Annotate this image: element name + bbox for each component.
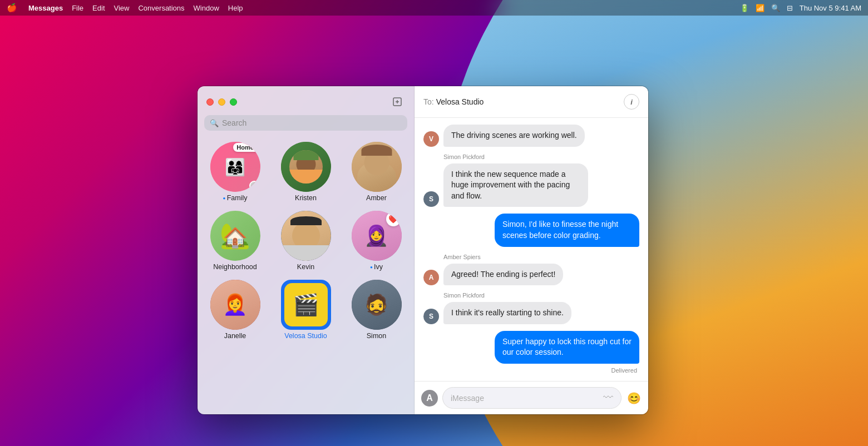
contact-name-simon: Simon bbox=[367, 332, 386, 340]
appstore-icon: A bbox=[426, 393, 433, 403]
message-row-2: S I think the new sequence made a huge i… bbox=[423, 163, 639, 207]
message-group-3: Simon, I'd like to finesse the night sce… bbox=[423, 214, 639, 246]
heart-badge: ❤️ bbox=[386, 212, 401, 226]
menubar-edit[interactable]: Edit bbox=[92, 4, 105, 12]
contact-kristen[interactable]: Kristen bbox=[275, 142, 337, 202]
contact-name-family: Family bbox=[223, 194, 248, 202]
menubar-conversations[interactable]: Conversations bbox=[138, 4, 184, 12]
imessage-input[interactable]: iMessage 〰 bbox=[442, 387, 622, 409]
imessage-placeholder: iMessage bbox=[451, 394, 484, 403]
search-menubar-icon[interactable]: 🔍 bbox=[771, 4, 780, 12]
contact-name-janelle: Janelle bbox=[224, 332, 246, 340]
wifi-icon: 📶 bbox=[756, 4, 765, 12]
message-avatar-velosa: V bbox=[423, 131, 439, 147]
close-button[interactable] bbox=[206, 98, 214, 106]
chat-panel: To: Velosa Studio i V The driving scenes… bbox=[415, 86, 648, 414]
message-bubble-3: Simon, I'd like to finesse the night sce… bbox=[495, 214, 639, 246]
apple-menu[interactable]: 🍎 bbox=[7, 3, 17, 13]
message-bubble-2: I think the new sequence made a huge imp… bbox=[443, 163, 588, 207]
contact-ivy[interactable]: 🧕 ❤️ Ivy bbox=[346, 211, 407, 271]
message-group-2: Simon Pickford S I think the new sequenc… bbox=[423, 153, 639, 207]
maximize-button[interactable] bbox=[230, 98, 237, 106]
menubar-window[interactable]: Window bbox=[194, 4, 219, 12]
contact-neighborhood[interactable]: 🏡 Neighborhood bbox=[204, 211, 266, 271]
contact-velosa[interactable]: 🎬 Velosa Studio bbox=[275, 280, 337, 340]
menubar-app-name[interactable]: Messages bbox=[28, 4, 63, 12]
home-badge: Home! bbox=[233, 143, 259, 152]
delivered-status: Delivered bbox=[423, 367, 637, 374]
contact-name-amber: Amber bbox=[366, 194, 387, 202]
search-icon: 🔍 bbox=[210, 119, 219, 127]
message-group-6: Super happy to lock this rough cut for o… bbox=[423, 331, 639, 374]
contacts-grid: 👨‍👩‍👧 Home! Family bbox=[198, 137, 414, 346]
menubar: 🍎 Messages File Edit View Conversations … bbox=[0, 0, 868, 16]
waveform-icon: 〰 bbox=[603, 392, 613, 404]
compose-button[interactable] bbox=[389, 94, 405, 110]
search-placeholder: Search bbox=[222, 118, 246, 127]
control-center-icon[interactable]: ⊟ bbox=[787, 4, 793, 12]
message-row-6: Super happy to lock this rough cut for o… bbox=[423, 331, 639, 364]
search-bar[interactable]: 🔍 Search bbox=[204, 115, 407, 131]
sender-name-simon-2: Simon Pickford bbox=[443, 292, 639, 299]
chat-to-label: To: bbox=[423, 97, 434, 106]
contact-name-kristen: Kristen bbox=[295, 194, 317, 202]
chat-contact-name: Velosa Studio bbox=[436, 97, 484, 106]
appstore-button[interactable]: A bbox=[421, 390, 438, 407]
traffic-lights bbox=[206, 98, 237, 106]
contact-name-ivy: Ivy bbox=[370, 263, 383, 271]
info-button[interactable]: i bbox=[624, 94, 639, 110]
message-row-1: V The driving scenes are working well. bbox=[423, 125, 639, 147]
chat-header: To: Velosa Studio i bbox=[415, 86, 648, 118]
sidebar-header bbox=[198, 86, 414, 115]
message-group-1: V The driving scenes are working well. bbox=[423, 125, 639, 147]
chat-input-bar: A iMessage 〰 😊 bbox=[415, 381, 648, 414]
message-row-4: A Agreed! The ending is perfect! bbox=[423, 264, 639, 286]
messages-sidebar: 🔍 Search 👨‍👩‍👧 Home! Family bbox=[198, 86, 415, 414]
message-row-3: Simon, I'd like to finesse the night sce… bbox=[423, 214, 639, 246]
contact-simon[interactable]: 🧔 Simon bbox=[346, 280, 407, 340]
menubar-datetime: Thu Nov 5 9:41 AM bbox=[800, 4, 861, 12]
message-group-4: Amber Spiers A Agreed! The ending is per… bbox=[423, 254, 639, 286]
messages-window: 🔍 Search 👨‍👩‍👧 Home! Family bbox=[198, 86, 648, 414]
menubar-view[interactable]: View bbox=[114, 4, 130, 12]
emoji-button[interactable]: 😊 bbox=[626, 390, 642, 406]
menubar-file[interactable]: File bbox=[72, 4, 83, 12]
message-avatar-simon-1: S bbox=[423, 191, 439, 207]
message-group-5: Simon Pickford S I think it's really sta… bbox=[423, 292, 639, 324]
message-avatar-simon-2: S bbox=[423, 309, 439, 324]
chat-messages: V The driving scenes are working well. S… bbox=[415, 118, 648, 381]
menubar-left: 🍎 Messages File Edit View Conversations … bbox=[7, 3, 243, 13]
message-bubble-5: I think it's really starting to shine. bbox=[443, 302, 571, 324]
message-bubble-6: Super happy to lock this rough cut for o… bbox=[495, 331, 639, 364]
menubar-help[interactable]: Help bbox=[228, 4, 243, 12]
message-bubble-1: The driving scenes are working well. bbox=[443, 125, 585, 147]
sender-name-simon-1: Simon Pickford bbox=[443, 153, 639, 160]
contact-janelle[interactable]: 👩‍🦰 Janelle bbox=[204, 280, 266, 340]
contact-name-kevin: Kevin bbox=[297, 263, 314, 271]
sender-name-amber: Amber Spiers bbox=[443, 254, 639, 260]
contact-kevin[interactable]: Kevin bbox=[275, 211, 337, 271]
message-bubble-4: Agreed! The ending is perfect! bbox=[443, 264, 563, 286]
contact-name-neighborhood: Neighborhood bbox=[213, 263, 257, 271]
contact-amber[interactable]: Amber bbox=[346, 142, 407, 202]
message-row-5: S I think it's really starting to shine. bbox=[423, 302, 639, 324]
contact-name-velosa: Velosa Studio bbox=[284, 332, 327, 340]
contact-family[interactable]: 👨‍👩‍👧 Home! Family bbox=[204, 142, 266, 202]
minimize-button[interactable] bbox=[218, 98, 225, 106]
battery-icon: 🔋 bbox=[740, 4, 749, 12]
menubar-right: 🔋 📶 🔍 ⊟ Thu Nov 5 9:41 AM bbox=[740, 4, 861, 12]
message-avatar-amber: A bbox=[423, 270, 439, 285]
